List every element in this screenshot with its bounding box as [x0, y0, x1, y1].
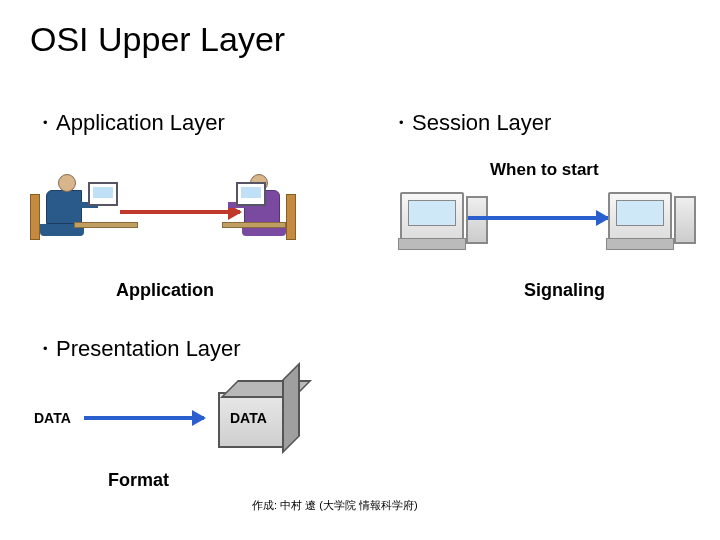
- computer-tower-left-icon: [466, 196, 488, 244]
- arrow-signaling: [468, 216, 608, 220]
- arrow-format: [84, 416, 204, 420]
- label-data-right: DATA: [230, 410, 267, 426]
- label-signaling: Signaling: [524, 280, 605, 301]
- heading-application-layer: ・Application Layer: [34, 108, 225, 138]
- computer-monitor-left-icon: [400, 192, 464, 242]
- label-data-left: DATA: [34, 410, 71, 426]
- label-application: Application: [116, 280, 214, 301]
- monitor-left-icon: [88, 182, 118, 206]
- computer-tower-right-icon: [674, 196, 696, 244]
- desk-left-icon: [74, 222, 138, 228]
- computer-monitor-right-icon: [608, 192, 672, 242]
- label-format: Format: [108, 470, 169, 491]
- heading-session-layer: ・Session Layer: [390, 108, 551, 138]
- heading-presentation-layer: ・Presentation Layer: [34, 334, 241, 364]
- label-when-to-start: When to start: [490, 160, 599, 180]
- monitor-right-icon: [236, 182, 266, 206]
- credit-line: 作成: 中村 遼 (大学院 情報科学府): [252, 498, 418, 513]
- person-left-icon: [28, 170, 88, 260]
- desk-right-icon: [222, 222, 286, 228]
- arrow-application: [120, 210, 240, 214]
- slide-title: OSI Upper Layer: [30, 20, 285, 59]
